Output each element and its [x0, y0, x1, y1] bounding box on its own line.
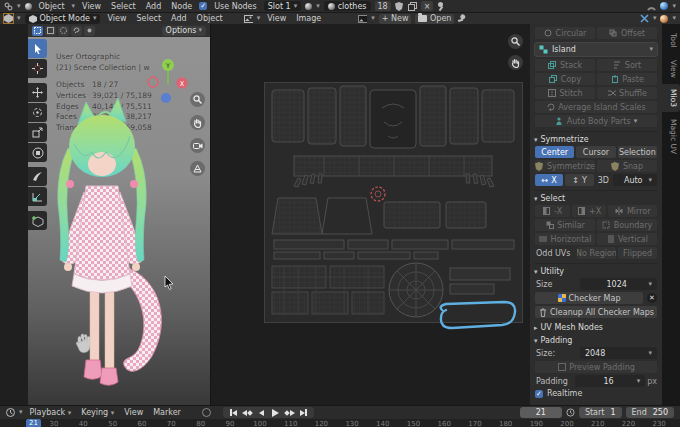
tab-view[interactable]: View: [662, 55, 680, 83]
select-similar-button[interactable]: Similar: [535, 219, 595, 231]
auto-body-parts-button[interactable]: Auto Body Parts ▾: [535, 115, 657, 127]
padding-value-dropdown[interactable]: 16▾: [575, 375, 645, 387]
island-subpanel-header[interactable]: Island ▾: [534, 42, 658, 57]
zoom-icon[interactable]: [190, 92, 205, 107]
start-frame-field[interactable]: Start1: [579, 407, 622, 418]
uv-image-editor[interactable]: [210, 24, 531, 405]
navigation-gizmo[interactable]: Y X: [146, 56, 188, 104]
menu-image[interactable]: Image: [293, 14, 324, 23]
unlink-material-button[interactable]: ×: [421, 1, 434, 11]
menu-view[interactable]: View: [79, 2, 104, 11]
new-material-copy-icon[interactable]: [408, 2, 417, 11]
menu-node[interactable]: Node: [168, 2, 195, 11]
symmetrize-section-header[interactable]: ▾Symmetrize: [534, 131, 658, 144]
snap-button[interactable]: Snap: [597, 160, 657, 172]
symmetrize-selection-tab[interactable]: Selection: [618, 146, 657, 158]
editor-type-3d-icon[interactable]: [4, 14, 13, 23]
shader-type-sphere-icon[interactable]: [25, 3, 32, 10]
select-plus-x-button[interactable]: +X: [572, 205, 607, 217]
realtime-checkbox[interactable]: ✓: [535, 390, 543, 398]
select-horizontal-button[interactable]: Horizontal: [535, 233, 595, 245]
select-minus-x-button[interactable]: -X: [535, 205, 570, 217]
pin-icon[interactable]: [437, 2, 444, 11]
viewport-3d[interactable]: Options▾: [28, 24, 210, 405]
preview-range-clock-icon[interactable]: [566, 408, 575, 417]
shuffle-button[interactable]: Shuffle: [597, 87, 657, 99]
axis-y-button[interactable]: ↕Y: [565, 174, 593, 186]
tab-tool[interactable]: Tool: [662, 28, 680, 53]
fake-user-shield-icon[interactable]: [395, 2, 404, 11]
image-browse-icon[interactable]: [358, 14, 367, 23]
material-slot-dropdown[interactable]: Slot 1▾: [264, 1, 301, 11]
symmetrize-cursor-tab[interactable]: Cursor: [576, 146, 615, 158]
checker-map-button[interactable]: Checker Map: [535, 292, 643, 304]
timeline-ruler[interactable]: 21 3040506070809010011012013014015016017…: [0, 419, 680, 427]
jump-to-end-button[interactable]: [298, 408, 309, 417]
axis-x-button[interactable]: ↔X: [535, 174, 563, 186]
axis-mode-dropdown[interactable]: Auto▾: [613, 174, 657, 186]
remove-checker-button[interactable]: ✕: [647, 293, 657, 303]
menu-object-3d[interactable]: Object: [194, 14, 226, 23]
record-button[interactable]: [202, 408, 211, 417]
select-mirror-button[interactable]: Mirror: [608, 205, 657, 217]
menu-add[interactable]: Add: [143, 2, 165, 11]
paste-button[interactable]: Paste: [597, 73, 657, 85]
shader-type-dropdown[interactable]: Object: [36, 2, 68, 11]
menu-select-3d[interactable]: Select: [133, 14, 164, 23]
menu-marker[interactable]: Marker: [150, 408, 184, 417]
uv-layout-canvas[interactable]: [264, 82, 524, 350]
open-image-button[interactable]: Open: [415, 14, 454, 24]
padding-section-header[interactable]: ▾Padding: [534, 336, 658, 345]
timeline-editor-icon[interactable]: [6, 408, 15, 417]
pin-image-icon[interactable]: [456, 13, 467, 24]
menu-select[interactable]: Select: [108, 2, 139, 11]
previous-keyframe-button[interactable]: [242, 408, 253, 417]
no-region-button[interactable]: No Region: [577, 247, 616, 259]
copy-button[interactable]: Copy: [535, 73, 595, 85]
select-section-header[interactable]: ▾Select: [534, 190, 658, 203]
utility-section-header[interactable]: ▾Utility: [534, 263, 658, 276]
symmetrize-center-tab[interactable]: Center: [535, 146, 574, 158]
mode-dropdown[interactable]: Object Mode▾: [25, 14, 101, 24]
menu-view-image[interactable]: View: [264, 14, 289, 23]
gizmo-arrows-icon[interactable]: [640, 14, 649, 23]
jump-to-start-button[interactable]: [228, 408, 239, 417]
current-frame-field[interactable]: 21: [520, 407, 562, 418]
material-name-field[interactable]: clothes: [324, 1, 371, 11]
menu-playback[interactable]: Playback ▾: [27, 408, 75, 417]
menu-view-3d[interactable]: View: [104, 14, 129, 23]
axis-3d-label[interactable]: 3D: [596, 176, 611, 185]
stitch-button[interactable]: Stitch: [535, 87, 595, 99]
image-editor-icon[interactable]: [244, 14, 253, 23]
end-frame-field[interactable]: End250: [626, 407, 674, 418]
image-shading-sphere-icon[interactable]: [660, 15, 668, 23]
circular-button[interactable]: Circular: [535, 27, 595, 39]
flipped-button[interactable]: Flipped: [618, 247, 657, 259]
current-frame-badge[interactable]: 21: [26, 419, 41, 427]
snapping-icon[interactable]: [647, 2, 656, 11]
offset-button[interactable]: Offset: [597, 27, 657, 39]
viewport-shading-sphere-icon[interactable]: [660, 2, 668, 10]
uv-zoom-icon[interactable]: [508, 34, 523, 49]
use-nodes-checkbox[interactable]: ✓: [199, 2, 207, 10]
material-users-button[interactable]: 18: [375, 1, 391, 11]
new-image-button[interactable]: + New: [379, 14, 412, 24]
camera-view-icon[interactable]: [190, 138, 205, 153]
menu-keying[interactable]: Keying ▾: [78, 408, 117, 417]
editor-type-icon[interactable]: [4, 2, 13, 11]
symmetrize-button[interactable]: Symmetrize: [535, 160, 595, 172]
select-vertical-button[interactable]: Vertical: [597, 233, 657, 245]
menu-view-timeline[interactable]: View: [121, 408, 146, 417]
uv-mesh-nodes-header[interactable]: ▸UV Mesh Nodes: [534, 322, 658, 332]
stack-button[interactable]: Stack: [535, 59, 595, 71]
tab-mio3[interactable]: Mio3: [662, 84, 680, 112]
perspective-toggle-icon[interactable]: [190, 161, 205, 176]
sort-button[interactable]: Sort: [597, 59, 657, 71]
pan-hand-icon[interactable]: [190, 115, 205, 130]
play-button[interactable]: [270, 408, 281, 417]
average-island-scales-button[interactable]: Average Island Scales: [535, 101, 657, 113]
play-reverse-button[interactable]: [256, 408, 267, 417]
tab-magic-uv[interactable]: Magic UV: [662, 114, 680, 159]
padding-size-dropdown[interactable]: 2048▾: [580, 347, 657, 359]
menu-add-3d[interactable]: Add: [168, 14, 190, 23]
